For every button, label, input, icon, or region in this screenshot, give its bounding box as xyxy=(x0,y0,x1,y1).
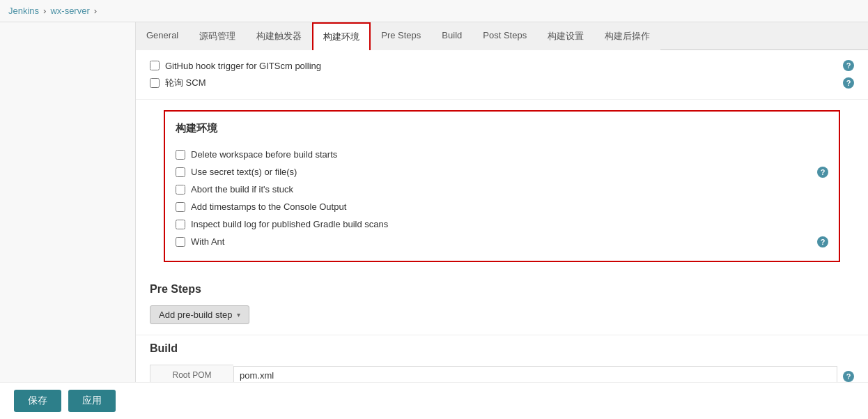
with-ant-checkbox[interactable] xyxy=(176,237,185,247)
pre-steps-section: Pre Steps Add pre-build step ▾ xyxy=(136,273,868,335)
tab-pre-steps[interactable]: Pre Steps xyxy=(371,22,431,50)
main-container: General 源码管理 构建触发器 构建环境 Pre Steps Build … xyxy=(0,22,868,419)
trigger-row-github: GitHub hook trigger for GITScm polling ? xyxy=(150,57,854,74)
abort-stuck-checkbox[interactable] xyxy=(176,185,185,195)
build-env-title: 构建环境 xyxy=(176,122,828,135)
tab-build-env[interactable]: 构建环境 xyxy=(312,22,371,50)
tab-build[interactable]: Build xyxy=(431,22,472,50)
github-hook-checkbox[interactable] xyxy=(150,61,160,70)
trigger-section: GitHub hook trigger for GITScm polling ?… xyxy=(136,50,868,100)
poll-scm-checkbox[interactable] xyxy=(150,78,160,88)
use-secret-label: Use secret text(s) or file(s) xyxy=(191,167,297,177)
tab-post-build[interactable]: 构建后操作 xyxy=(594,22,660,50)
dropdown-caret-icon: ▾ xyxy=(237,311,240,319)
tab-build-settings[interactable]: 构建设置 xyxy=(537,22,594,50)
delete-workspace-checkbox[interactable] xyxy=(176,150,185,160)
poll-scm-help-icon[interactable]: ? xyxy=(843,77,854,89)
breadcrumb-jenkins[interactable]: Jenkins xyxy=(8,6,39,16)
bottom-bar: 保存 应用 xyxy=(0,382,868,419)
build-env-section: 构建环境 Delete workspace before build start… xyxy=(164,110,840,262)
env-checkbox-abort-stuck: Abort the build if it's stuck xyxy=(176,181,828,198)
env-checkbox-timestamps: Add timestamps to the Console Output xyxy=(176,198,828,215)
github-hook-help-icon[interactable]: ? xyxy=(843,60,854,71)
delete-workspace-label: Delete workspace before build starts xyxy=(191,149,337,160)
env-checkbox-gradle: Inspect build log for published Gradle b… xyxy=(176,215,828,233)
breadcrumb: Jenkins › wx-server › xyxy=(0,0,868,22)
poll-scm-label: 轮询 SCM xyxy=(165,77,206,89)
inspect-gradle-checkbox[interactable] xyxy=(176,220,185,229)
add-timestamps-label: Add timestamps to the Console Output xyxy=(191,201,346,212)
root-pom-help-icon[interactable]: ? xyxy=(843,371,854,382)
use-secret-help-icon[interactable]: ? xyxy=(817,167,828,178)
tab-bar: General 源码管理 构建触发器 构建环境 Pre Steps Build … xyxy=(136,22,868,50)
with-ant-label: With Ant xyxy=(191,236,224,247)
add-timestamps-checkbox[interactable] xyxy=(176,202,185,212)
breadcrumb-separator-1: › xyxy=(43,6,46,16)
add-pre-build-step-label: Add pre-build step xyxy=(159,310,233,320)
save-button[interactable]: 保存 xyxy=(14,390,61,412)
add-pre-build-step-button[interactable]: Add pre-build step ▾ xyxy=(150,305,249,324)
content-area: General 源码管理 构建触发器 构建环境 Pre Steps Build … xyxy=(136,22,868,419)
trigger-row-scm: 轮询 SCM ? xyxy=(150,74,854,92)
abort-stuck-label: Abort the build if it's stuck xyxy=(191,184,293,195)
pre-steps-title: Pre Steps xyxy=(150,283,854,296)
github-hook-label: GitHub hook trigger for GITScm polling xyxy=(165,61,321,71)
tab-post-steps[interactable]: Post Steps xyxy=(472,22,537,50)
use-secret-checkbox[interactable] xyxy=(176,167,185,177)
apply-button[interactable]: 应用 xyxy=(68,390,116,412)
sidebar xyxy=(0,22,136,419)
build-section-title: Build xyxy=(150,342,854,355)
tab-source-management[interactable]: 源码管理 xyxy=(189,22,246,50)
env-checkbox-with-ant: With Ant xyxy=(176,233,224,250)
tab-build-triggers[interactable]: 构建触发器 xyxy=(246,22,312,50)
inspect-gradle-label: Inspect build log for published Gradle b… xyxy=(191,219,388,229)
tab-general[interactable]: General xyxy=(136,22,189,50)
with-ant-help-icon[interactable]: ? xyxy=(817,236,828,247)
breadcrumb-wx-server[interactable]: wx-server xyxy=(50,6,89,16)
breadcrumb-separator-2: › xyxy=(94,6,97,16)
env-checkbox-use-secret: Use secret text(s) or file(s) xyxy=(176,163,297,181)
env-checkbox-delete-workspace: Delete workspace before build starts xyxy=(176,146,828,163)
